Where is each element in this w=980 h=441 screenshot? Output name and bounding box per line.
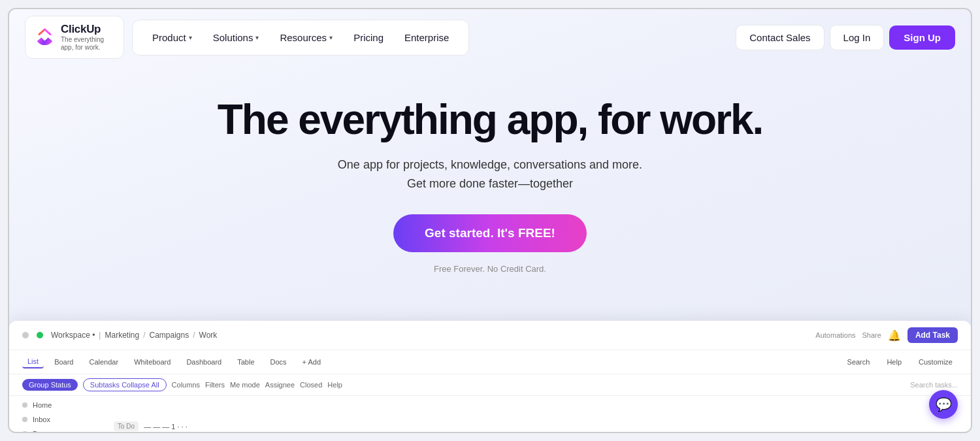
get-started-button[interactable]: Get started. It's FREE!: [393, 214, 587, 252]
nav-item-pricing[interactable]: Pricing: [344, 27, 393, 48]
sidebar-item-home[interactable]: Home: [22, 401, 101, 409]
tab-dashboard[interactable]: Dashboard: [181, 356, 227, 368]
app-dot-green: [37, 332, 43, 338]
app-actions: Automations Share 🔔 Add Task: [815, 327, 958, 343]
logo-container[interactable]: ClickUp The everything app, for work.: [25, 16, 124, 59]
filter-row: Group Status Subtasks Collapse All Colum…: [9, 374, 971, 396]
chevron-down-icon: ▾: [189, 34, 192, 41]
closed-btn[interactable]: Closed: [300, 381, 322, 389]
chat-bubble[interactable]: 💬: [929, 390, 958, 419]
hero-note: Free Forever. No Credit Card.: [22, 264, 958, 274]
task-row-1: To Do — — — 1 · · ·: [114, 419, 958, 432]
share-label: Share: [862, 331, 881, 339]
automations-label: Automations: [815, 331, 855, 339]
hero-section: The everything app, for work. One app fo…: [9, 65, 971, 293]
columns-btn[interactable]: Columns: [172, 381, 200, 389]
nav-pricing-label: Pricing: [353, 32, 384, 43]
breadcrumb-work: Work: [199, 331, 218, 340]
login-button[interactable]: Log In: [830, 25, 885, 50]
app-bar: Workspace • | Marketing / Campaigns / Wo…: [9, 321, 971, 350]
app-breadcrumb: Workspace • | Marketing / Campaigns / Wo…: [51, 331, 808, 340]
notification-icon: 🔔: [888, 329, 901, 342]
nav-links: Product ▾ Solutions ▾ Resources ▾ Pricin…: [132, 20, 469, 56]
tab-list[interactable]: List: [22, 355, 44, 368]
help-btn[interactable]: Help: [327, 381, 342, 389]
group-status-pill[interactable]: Group Status: [22, 379, 78, 391]
nav-item-resources[interactable]: Resources ▾: [270, 27, 342, 48]
nav-item-solutions[interactable]: Solutions ▾: [204, 27, 269, 48]
subtasks-pill[interactable]: Subtasks Collapse All: [83, 378, 167, 391]
navbar: ClickUp The everything app, for work. Pr…: [9, 9, 971, 65]
sidebar-list: Home Inbox Docs Dashboard: [22, 401, 101, 432]
tab-calendar[interactable]: Calendar: [84, 356, 123, 368]
breadcrumb-sep3: /: [193, 331, 195, 340]
docs-dot: [22, 431, 27, 432]
sidebar-docs-label: Docs: [33, 430, 49, 432]
nav-left: ClickUp The everything app, for work. Pr…: [25, 16, 469, 59]
chevron-down-icon: ▾: [329, 34, 333, 41]
sidebar-item-docs[interactable]: Docs: [22, 430, 101, 432]
sidebar-item-inbox[interactable]: Inbox: [22, 416, 101, 423]
app-dot: [22, 332, 29, 338]
hero-cta-group: Get started. It's FREE! Free Forever. No…: [22, 214, 958, 274]
inbox-dot: [22, 417, 27, 422]
hero-subtitle: One app for projects, knowledge, convers…: [22, 155, 958, 193]
home-dot: [22, 402, 27, 408]
signup-button[interactable]: Sign Up: [889, 25, 955, 50]
nav-item-product[interactable]: Product ▾: [143, 27, 201, 48]
sidebar-home-label: Home: [33, 401, 52, 409]
breadcrumb-campaigns: Campaigns: [150, 331, 189, 340]
tab-customize[interactable]: Customize: [913, 356, 958, 368]
chat-icon: 💬: [936, 397, 952, 412]
hero-subtitle-line2: Get more done faster—together: [407, 177, 573, 190]
nav-solutions-label: Solutions: [213, 32, 253, 43]
clickup-logo-icon: [36, 28, 54, 46]
breadcrumb-sep2: /: [143, 331, 145, 340]
page-wrapper: ClickUp The everything app, for work. Pr…: [8, 8, 972, 433]
tab-docs[interactable]: Docs: [265, 356, 292, 368]
app-preview: Workspace • | Marketing / Campaigns / Wo…: [9, 321, 971, 432]
task-text-1: — — — 1 · · ·: [144, 423, 188, 431]
app-main-content: To Do — — — 1 · · ·: [114, 419, 958, 432]
nav-item-enterprise[interactable]: Enterprise: [395, 27, 458, 48]
logo-tagline: The everything app, for work.: [61, 36, 113, 52]
tab-whiteboard[interactable]: Whiteboard: [129, 356, 176, 368]
add-task-button[interactable]: Add Task: [907, 327, 958, 343]
nav-product-label: Product: [152, 32, 186, 43]
chevron-down-icon: ▾: [255, 34, 259, 41]
sidebar-inbox-label: Inbox: [33, 416, 50, 423]
contact-sales-button[interactable]: Contact Sales: [736, 25, 824, 50]
breadcrumb-sep: |: [99, 331, 101, 340]
me-mode-btn[interactable]: Me mode: [230, 381, 260, 389]
assignee-btn[interactable]: Assignee: [265, 381, 295, 389]
app-content-row: Home Inbox Docs Dashboard To Do: [9, 396, 971, 432]
filters-btn[interactable]: Filters: [205, 381, 225, 389]
hero-subtitle-line1: One app for projects, knowledge, convers…: [338, 158, 642, 171]
tab-table[interactable]: Table: [232, 356, 259, 368]
workspace-label: Workspace •: [51, 331, 95, 340]
nav-enterprise-label: Enterprise: [404, 32, 449, 43]
tab-help[interactable]: Help: [881, 356, 907, 368]
logo-brand: ClickUp: [61, 23, 113, 36]
task-status-todo: To Do: [114, 421, 139, 431]
search-tasks-btn[interactable]: Search tasks...: [910, 381, 958, 389]
tab-add[interactable]: + Add: [297, 356, 326, 368]
tab-board[interactable]: Board: [49, 356, 78, 368]
tab-search[interactable]: Search: [842, 356, 875, 368]
nav-resources-label: Resources: [280, 32, 327, 43]
breadcrumb-marketing: Marketing: [105, 331, 139, 340]
nav-right: Contact Sales Log In Sign Up: [736, 25, 955, 50]
app-tabs: List Board Calendar Whiteboard Dashboard…: [9, 350, 971, 374]
hero-title: The everything app, for work.: [22, 97, 958, 142]
logo-text-block: ClickUp The everything app, for work.: [61, 23, 113, 52]
